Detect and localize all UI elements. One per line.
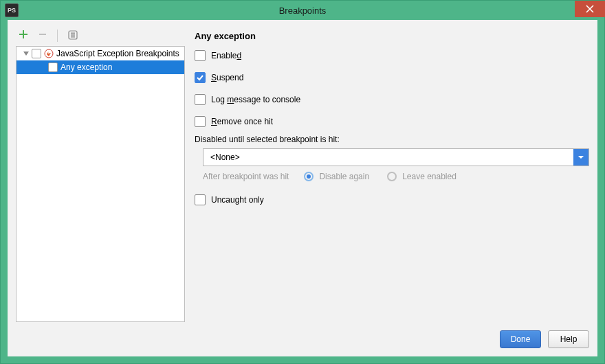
tree-category-js-exception[interactable]: JavaScript Exception Breakpoints xyxy=(16,47,184,60)
close-button[interactable] xyxy=(575,1,605,17)
category-checkbox[interactable] xyxy=(32,49,41,58)
app-icon: PS xyxy=(5,3,19,17)
combo-value: <None> xyxy=(204,149,573,166)
combo-dropdown-button[interactable] xyxy=(573,149,588,166)
uncaught-only-label: Uncaught only xyxy=(211,195,264,205)
opt-remove-once-hit[interactable]: Remove once hit xyxy=(195,114,589,129)
enabled-checkbox[interactable] xyxy=(195,50,206,61)
content-area: JavaScript Exception Breakpoints Any exc… xyxy=(8,20,597,356)
after-hit-row: After breakpoint was hit Disable again L… xyxy=(203,172,589,181)
radio-leave-enabled[interactable] xyxy=(387,172,397,181)
tree-item-any-exception[interactable]: Any exception xyxy=(16,60,184,74)
item-label: Any exception xyxy=(60,62,112,72)
disabled-until-label: Disabled until selected breakpoint is hi… xyxy=(195,135,589,144)
remove-once-checkbox[interactable] xyxy=(195,116,206,127)
tree-toolbar xyxy=(16,28,185,46)
svg-rect-1 xyxy=(71,32,75,33)
window-title: Breakpoints xyxy=(1,5,604,16)
add-breakpoint-button[interactable] xyxy=(19,30,28,42)
opt-uncaught-only[interactable]: Uncaught only xyxy=(195,192,589,207)
opt-log-message[interactable]: Log message to console xyxy=(195,92,589,107)
opt-enabled[interactable]: Enabled xyxy=(195,48,589,63)
main-area: JavaScript Exception Breakpoints Any exc… xyxy=(8,20,597,322)
dialog-footer: Done Help xyxy=(8,322,597,356)
help-button[interactable]: Help xyxy=(548,330,589,348)
disabled-until-combo[interactable]: <None> xyxy=(203,148,589,166)
uncaught-only-checkbox[interactable] xyxy=(195,194,206,205)
titlebar[interactable]: PS Breakpoints xyxy=(1,1,604,20)
toolbar-separator xyxy=(57,30,58,42)
after-hit-label: After breakpoint was hit xyxy=(203,172,289,181)
remove-once-label: Remove once hit xyxy=(211,117,273,126)
breakpoint-tree[interactable]: JavaScript Exception Breakpoints Any exc… xyxy=(16,46,185,322)
radio-leave-enabled-label: Leave enabled xyxy=(402,172,456,181)
exception-breakpoint-icon xyxy=(44,49,54,58)
radio-disable-again[interactable] xyxy=(304,172,314,181)
suspend-checkbox[interactable] xyxy=(195,72,206,83)
radio-disable-again-label: Disable again xyxy=(319,172,369,181)
right-pane: Any exception Enabled Suspend xyxy=(195,28,589,322)
panel-heading: Any exception xyxy=(195,31,589,41)
done-button[interactable]: Done xyxy=(500,330,541,348)
remove-breakpoint-button xyxy=(38,30,47,42)
category-label: JavaScript Exception Breakpoints xyxy=(56,49,179,58)
log-checkbox[interactable] xyxy=(195,94,206,105)
suspend-label: Suspend xyxy=(211,73,243,82)
item-checkbox[interactable] xyxy=(48,62,58,72)
svg-rect-2 xyxy=(71,34,75,35)
svg-rect-3 xyxy=(71,36,75,37)
left-pane: JavaScript Exception Breakpoints Any exc… xyxy=(16,28,185,322)
opt-suspend[interactable]: Suspend xyxy=(195,70,589,85)
enabled-label: Enabled xyxy=(211,51,241,60)
breakpoints-dialog: PS Breakpoints xyxy=(0,0,605,364)
log-label: Log message to console xyxy=(211,95,300,104)
group-by-icon[interactable] xyxy=(67,30,78,43)
expand-toggle-icon[interactable] xyxy=(23,52,29,56)
